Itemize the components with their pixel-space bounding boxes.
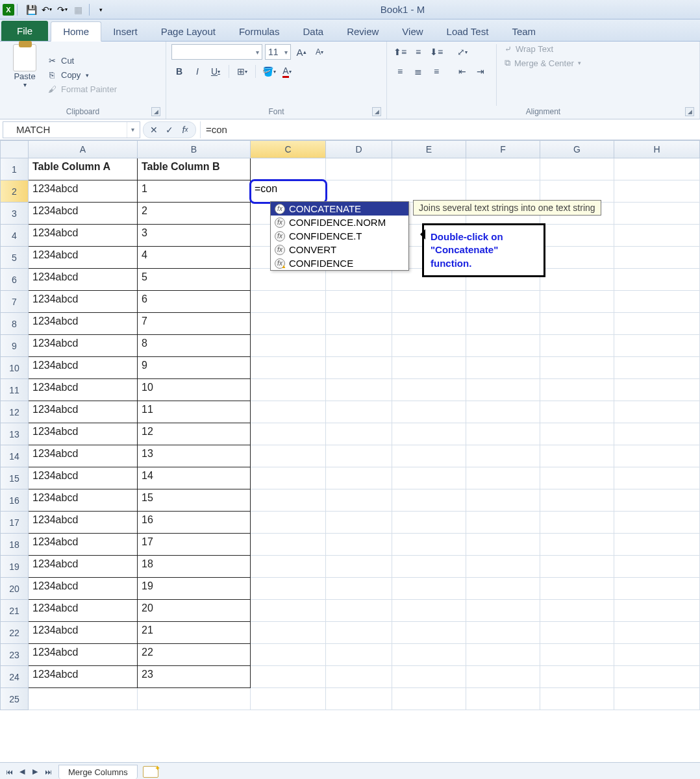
cell-F10[interactable]: [466, 357, 540, 379]
cell-H18[interactable]: [614, 534, 700, 556]
cell-G25[interactable]: [540, 688, 614, 710]
cell-A22[interactable]: 1234abcd: [29, 622, 138, 644]
qat-extra-button[interactable]: ▦: [71, 3, 85, 17]
cell-E20[interactable]: [392, 578, 466, 600]
cell-D20[interactable]: [326, 578, 392, 600]
row-header[interactable]: 21: [0, 600, 29, 622]
cell-A14[interactable]: 1234abcd: [29, 445, 138, 467]
cell-H22[interactable]: [614, 622, 700, 644]
cell-C13[interactable]: [251, 423, 326, 445]
cell-B7[interactable]: 6: [138, 291, 251, 313]
cell-B24[interactable]: 23: [138, 666, 251, 688]
cell-F17[interactable]: [466, 512, 540, 534]
cell-F25[interactable]: [466, 688, 540, 710]
font-name-combo[interactable]: ▾: [171, 44, 262, 60]
cell-A18[interactable]: 1234abcd: [29, 534, 138, 556]
cell-G21[interactable]: [540, 600, 614, 622]
cell-G7[interactable]: [540, 291, 614, 313]
cell-H8[interactable]: [614, 313, 700, 335]
cell-A9[interactable]: 1234abcd: [29, 335, 138, 357]
cell-G9[interactable]: [540, 335, 614, 357]
cell-F20[interactable]: [466, 578, 540, 600]
cell-D18[interactable]: [326, 534, 392, 556]
cell-D16[interactable]: [326, 489, 392, 512]
cell-F9[interactable]: [466, 335, 540, 357]
column-header-C[interactable]: C: [251, 140, 326, 158]
increase-indent-button[interactable]: ⇥: [473, 64, 488, 79]
cell-G24[interactable]: [540, 666, 614, 688]
tab-team[interactable]: Team: [500, 22, 547, 41]
cell-F13[interactable]: [466, 423, 540, 445]
cell-A1[interactable]: Table Column A: [29, 158, 138, 180]
cell-E2[interactable]: [392, 180, 466, 203]
redo-button[interactable]: ↷▾: [55, 3, 69, 17]
row-header[interactable]: 22: [0, 622, 29, 644]
cell-C2[interactable]: =con: [251, 180, 326, 203]
cell-E7[interactable]: [392, 291, 466, 313]
row-header[interactable]: 3: [0, 203, 29, 225]
autocomplete-item[interactable]: fxCONFIDENCE: [271, 256, 408, 270]
cell-C12[interactable]: [251, 401, 326, 423]
cell-C6[interactable]: [251, 269, 326, 291]
cell-H15[interactable]: [614, 467, 700, 489]
cell-B12[interactable]: 11: [138, 401, 251, 423]
cell-D22[interactable]: [326, 622, 392, 644]
cell-B3[interactable]: 2: [138, 203, 251, 225]
column-header-G[interactable]: G: [540, 140, 614, 158]
row-header[interactable]: 16: [0, 489, 29, 512]
tab-data[interactable]: Data: [291, 22, 335, 41]
row-header[interactable]: 13: [0, 423, 29, 445]
paste-dropdown-icon[interactable]: ▾: [23, 81, 27, 88]
cell-C14[interactable]: [251, 445, 326, 467]
row-header[interactable]: 4: [0, 225, 29, 247]
name-box[interactable]: MATCH ▾: [3, 121, 140, 138]
cell-E16[interactable]: [392, 489, 466, 512]
cell-F16[interactable]: [466, 489, 540, 512]
cell-H6[interactable]: [614, 269, 700, 291]
cell-C1[interactable]: [251, 158, 326, 180]
format-painter-button[interactable]: 🖌Format Painter: [47, 84, 131, 95]
autocomplete-item[interactable]: fxCONFIDENCE.T: [271, 229, 408, 243]
insert-function-button[interactable]: fx: [177, 122, 193, 138]
cell-F2[interactable]: [466, 180, 540, 203]
cell-C15[interactable]: [251, 467, 326, 489]
cell-B21[interactable]: 20: [138, 600, 251, 622]
cell-E9[interactable]: [392, 335, 466, 357]
cell-F8[interactable]: [466, 313, 540, 335]
cell-H21[interactable]: [614, 600, 700, 622]
cell-E19[interactable]: [392, 556, 466, 578]
cell-A23[interactable]: 1234abcd: [29, 644, 138, 666]
cell-E12[interactable]: [392, 401, 466, 423]
cell-F7[interactable]: [466, 291, 540, 313]
cell-D1[interactable]: [326, 158, 392, 180]
row-header[interactable]: 23: [0, 644, 29, 666]
cell-A19[interactable]: 1234abcd: [29, 556, 138, 578]
bold-button[interactable]: B: [171, 64, 187, 79]
cell-C23[interactable]: [251, 644, 326, 666]
cell-F15[interactable]: [466, 467, 540, 489]
cell-H14[interactable]: [614, 445, 700, 467]
qat-customize[interactable]: ▾: [94, 3, 108, 17]
sheet-nav-last[interactable]: ⏭: [42, 765, 55, 778]
cell-G11[interactable]: [540, 379, 614, 401]
cell-A7[interactable]: 1234abcd: [29, 291, 138, 313]
name-box-dropdown[interactable]: ▾: [127, 122, 138, 138]
tab-review[interactable]: Review: [335, 22, 390, 41]
align-top-button[interactable]: ⬆≡: [392, 44, 408, 60]
cut-button[interactable]: ✂Cut: [47, 56, 131, 66]
cell-A17[interactable]: 1234abcd: [29, 512, 138, 534]
new-sheet-button[interactable]: [143, 766, 158, 778]
cell-G4[interactable]: [540, 225, 614, 247]
cell-D24[interactable]: [326, 666, 392, 688]
cell-A2[interactable]: 1234abcd: [29, 180, 138, 203]
tab-home[interactable]: Home: [51, 21, 101, 42]
decrease-indent-button[interactable]: ⇤: [455, 64, 470, 79]
cell-A16[interactable]: 1234abcd: [29, 489, 138, 512]
cell-H11[interactable]: [614, 379, 700, 401]
cell-H3[interactable]: [614, 203, 700, 225]
cell-E24[interactable]: [392, 666, 466, 688]
column-header-H[interactable]: H: [614, 140, 700, 158]
cell-E22[interactable]: [392, 622, 466, 644]
cell-G8[interactable]: [540, 313, 614, 335]
cell-B4[interactable]: 3: [138, 225, 251, 247]
